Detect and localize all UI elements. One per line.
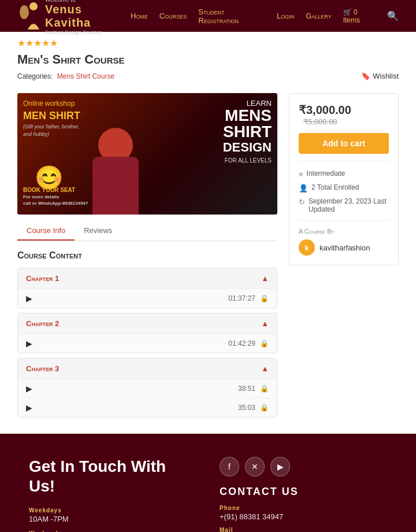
svg-point-0	[29, 2, 38, 10]
contact-us-title: CONTACT US	[220, 486, 387, 498]
course-image-bg: Online workshop MEN SHIRT (Gift your fat…	[17, 93, 277, 215]
chapter-1-header[interactable]: Chapter 1 ▲	[18, 268, 277, 289]
video-icon-3b: ▶	[26, 403, 32, 412]
enrolled-text: 2 Total Enrolled	[311, 183, 359, 191]
chapter-1-duration: 01:37:27	[228, 294, 255, 302]
chapter-3-lock-icon-2: 🔒	[260, 404, 269, 412]
chapter-3-duration-1: 38:51	[238, 385, 255, 393]
tab-course-info[interactable]: Course Info	[17, 221, 75, 241]
nav-student-registration[interactable]: Student Registration	[198, 8, 265, 25]
course-image: Online workshop MEN SHIRT (Gift your fat…	[17, 93, 277, 215]
chapter-2-duration: 01:42:29	[228, 339, 255, 348]
content-wrap: ★★★★★ Men's Shirt Course Categories: Men…	[0, 32, 416, 93]
weekdays-label: Weekdays	[29, 507, 196, 513]
chapter-1-item-left: ▶	[26, 294, 32, 303]
logo-area: Welcome to Venus Kavitha Fashion Design …	[17, 0, 131, 35]
logo-text: Welcome to Venus Kavitha Fashion Design …	[45, 0, 131, 35]
chapter-3-lock-icon-1: 🔒	[260, 385, 269, 393]
chapter-2-item-right: 01:42:29 🔒	[228, 339, 269, 348]
footer: Get In Touch With Us! Weekdays 10AM -7PM…	[0, 434, 416, 532]
course-by-label: A Course By	[299, 228, 389, 235]
calendar-icon: ↻	[299, 198, 305, 206]
social-icons: f ✕ ▶	[220, 457, 387, 476]
nav-home[interactable]: Home	[131, 12, 148, 20]
chapter-3-item-2-left: ▶	[26, 403, 32, 412]
video-icon-2: ▶	[26, 339, 32, 348]
meta-level: ≡ Intermediate	[299, 169, 389, 179]
chapter-3-item-2-right: 35:03 🔒	[238, 404, 269, 412]
cart-count: 🛒 0 Items	[343, 8, 376, 24]
price-row: ₹3,000.00 ₹5,000.00	[299, 103, 389, 126]
logo-silhouette	[17, 1, 40, 31]
chapter-3-duration-2: 35:03	[238, 404, 255, 412]
twitter-button[interactable]: ✕	[245, 457, 265, 476]
footer-right: f ✕ ▶ CONTACT US Phone +(91) 88381 34947…	[220, 457, 387, 532]
course-tabs: Course Info Reviews	[17, 221, 277, 241]
chapter-1-lock-icon: 🔒	[260, 294, 269, 302]
main-nav: Home Courses Student Registration Login …	[131, 8, 399, 25]
book-seat-text: BOOK YOUR SEAT For more detailscall or W…	[23, 187, 88, 206]
tab-reviews[interactable]: Reviews	[75, 221, 121, 241]
chapter-2-title: Chapter 2	[26, 319, 59, 328]
nav-gallery[interactable]: Gallery	[306, 12, 331, 20]
categories-text: Categories: Mens Shirt Course	[17, 72, 114, 80]
chapter-3-title: Chapter 3	[26, 364, 59, 373]
nav-login[interactable]: Login	[277, 12, 294, 20]
level-icon: ≡	[299, 170, 303, 179]
author-avatar: k	[299, 239, 315, 256]
chapter-3-block: Chapter 3 ▲ ▶ 38:51 🔒 ▶ 35:03 🔒	[17, 358, 277, 418]
price-box: ₹3,000.00 ₹5,000.00 Add to cart ≡ Interm…	[289, 93, 399, 265]
search-button[interactable]: 🔍	[387, 10, 399, 21]
youtube-button[interactable]: ▶	[270, 457, 290, 476]
chapter-1-item-right: 01:37:27 🔒	[228, 294, 269, 302]
left-column: Online workshop MEN SHIRT (Gift your fat…	[17, 93, 277, 422]
footer-left: Get In Touch With Us! Weekdays 10AM -7PM…	[29, 457, 196, 532]
wishlist-button[interactable]: 🔖 Wishlist	[361, 72, 399, 80]
shirt-person-image	[92, 128, 139, 215]
level-text: Intermediate	[307, 169, 346, 178]
chapter-1-toggle-icon: ▲	[261, 274, 269, 283]
phone-value: +(91) 88381 34947	[220, 512, 387, 521]
nav-courses[interactable]: Courses	[159, 12, 187, 20]
course-img-left-text: Online workshop MEN SHIRT (Gift your fat…	[23, 99, 80, 138]
categories-row: Categories: Mens Shirt Course 🔖 Wishlist	[17, 72, 399, 80]
chapter-2-block: Chapter 2 ▲ ▶ 01:42:29 🔒	[17, 313, 277, 353]
course-content-title: Course Content	[17, 250, 277, 261]
weekdays-value: 10AM -7PM	[29, 515, 196, 523]
price-original: ₹5,000.00	[303, 117, 337, 126]
chapter-2-item-1: ▶ 01:42:29 🔒	[18, 334, 277, 353]
right-sidebar: ₹3,000.00 ₹5,000.00 Add to cart ≡ Interm…	[289, 93, 399, 422]
meta-enrolled: 👤 2 Total Enrolled	[299, 183, 389, 193]
add-to-cart-button[interactable]: Add to cart	[299, 133, 389, 154]
main-layout: Online workshop MEN SHIRT (Gift your fat…	[0, 93, 416, 434]
facebook-button[interactable]: f	[220, 457, 239, 476]
updated-text: September 23, 2023 Last Updated	[309, 197, 389, 213]
chapter-1-item-1: ▶ 01:37:27 🔒	[18, 289, 277, 308]
header: Welcome to Venus Kavitha Fashion Design …	[0, 0, 416, 32]
phone-label: Phone	[220, 505, 387, 511]
course-title: Men's Shirt Course	[17, 52, 399, 67]
chapter-2-toggle-icon: ▲	[261, 319, 269, 328]
meta-info: ≡ Intermediate 👤 2 Total Enrolled ↻ Sept…	[299, 169, 389, 213]
video-icon: ▶	[26, 294, 32, 303]
chapter-3-item-1: ▶ 38:51 🔒	[18, 379, 277, 398]
meta-updated: ↻ September 23, 2023 Last Updated	[299, 197, 389, 213]
chapter-3-item-1-right: 38:51 🔒	[238, 385, 269, 393]
chapter-2-header[interactable]: Chapter 2 ▲	[18, 313, 277, 334]
chapter-1-block: Chapter 1 ▲ ▶ 01:37:27 🔒	[17, 268, 277, 308]
chapter-1-title: Chapter 1	[26, 274, 59, 283]
video-icon-3a: ▶	[26, 384, 32, 393]
author-row: k kavitharfashion	[299, 239, 389, 256]
mail-label: Mail	[220, 527, 387, 532]
chapter-3-item-1-left: ▶	[26, 384, 32, 393]
price-current: ₹3,000.00	[299, 104, 351, 116]
star-rating: ★★★★★	[17, 38, 399, 49]
svg-point-1	[20, 5, 29, 19]
get-in-touch-title: Get In Touch With Us!	[29, 457, 196, 496]
chapter-3-header[interactable]: Chapter 3 ▲	[18, 359, 277, 379]
chapter-3-item-2: ▶ 35:03 🔒	[18, 398, 277, 417]
brand-sub: Fashion Design Courses	[45, 29, 131, 35]
brand-name: Venus Kavitha	[45, 3, 131, 29]
chapter-2-lock-icon: 🔒	[260, 339, 269, 348]
author-name: kavitharfashion	[320, 243, 370, 252]
